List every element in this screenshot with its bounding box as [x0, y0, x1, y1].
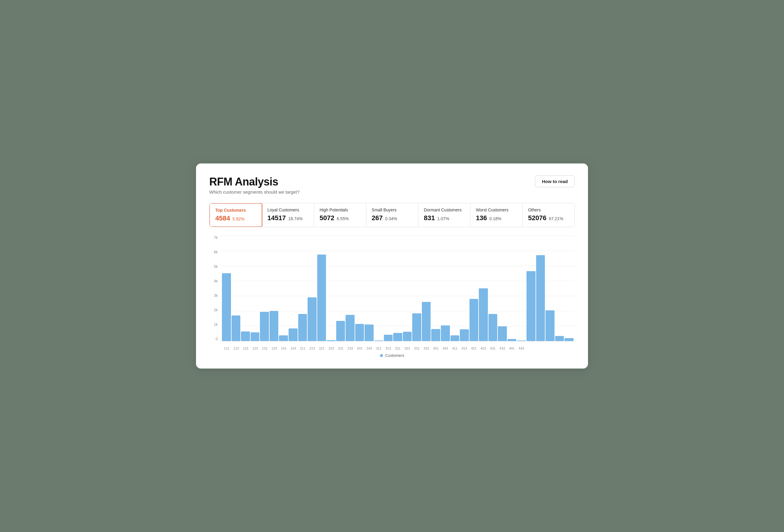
how-to-read-button[interactable]: How to read	[535, 175, 575, 187]
bar-column	[470, 235, 479, 341]
segment-cell-worst[interactable]: Worst Customers1360.18%	[470, 203, 523, 227]
bar-column	[298, 235, 307, 341]
bar-column	[241, 235, 250, 341]
x-axis-label: 331	[412, 346, 422, 350]
bar-column	[355, 235, 364, 341]
segment-values: 2670.34%	[372, 214, 413, 222]
segment-pct: 0.18%	[489, 216, 501, 221]
bar-column	[460, 235, 469, 341]
x-axis-label: 413	[459, 346, 469, 350]
segment-pct: 0.34%	[385, 216, 397, 221]
bar-column	[374, 235, 383, 341]
title-block: RFM Analysis Which customer segments sho…	[209, 175, 300, 195]
bar	[345, 315, 355, 341]
x-axis-label: 111	[222, 346, 231, 350]
x-axis-label: 123	[251, 346, 260, 350]
x-axis-label: 223	[327, 346, 336, 350]
y-axis-label: 7k	[214, 235, 218, 240]
bar-column	[317, 235, 326, 341]
bar	[460, 329, 469, 341]
segment-pct: 18.74%	[288, 216, 303, 221]
bar-column	[441, 235, 450, 341]
bar-column	[450, 235, 459, 341]
x-axis-label: 233	[345, 346, 355, 350]
x-axis-label: 411	[450, 346, 459, 350]
bar-column	[231, 235, 241, 341]
x-axis-label: 121	[241, 346, 251, 350]
bar	[412, 313, 421, 341]
bar	[260, 312, 269, 341]
legend-dot	[380, 354, 383, 357]
x-axis-label: 333	[422, 346, 431, 350]
bar	[507, 339, 516, 341]
bar	[298, 314, 307, 341]
segment-cell-high[interactable]: High Potentials50726.55%	[314, 203, 366, 227]
x-axis-label: 213	[308, 346, 317, 350]
bar	[384, 335, 393, 341]
bar-column	[564, 235, 573, 341]
bar	[317, 255, 326, 341]
segment-cell-top[interactable]: Top Customers45845.92%	[209, 203, 262, 227]
bar-column	[288, 235, 298, 341]
bar-column	[498, 235, 507, 341]
x-axis-label: 431	[488, 346, 498, 350]
x-axis-label: 433	[498, 346, 507, 350]
segment-cell-dormant[interactable]: Dormant Customers8311.07%	[418, 203, 470, 227]
bar	[564, 338, 573, 341]
bar-column	[479, 235, 488, 341]
x-axis-label: 343	[441, 346, 450, 350]
bar	[251, 332, 260, 341]
x-axis-label: 443	[516, 346, 526, 350]
chart-legend: Customers	[209, 353, 575, 358]
bar-column	[545, 235, 555, 341]
y-axis-label: 0	[216, 337, 218, 341]
segment-cell-loyal[interactable]: Loyal Customers1451718.74%	[262, 203, 314, 227]
x-axis-label: 441	[507, 346, 516, 350]
x-axis-label: 321	[393, 346, 402, 350]
segment-values: 1360.18%	[476, 214, 517, 222]
x-axis-label: 313	[384, 346, 393, 350]
bar	[488, 314, 498, 341]
bar-column	[555, 235, 564, 341]
x-axis-label: 211	[298, 346, 308, 350]
segment-values: 5207667.21%	[528, 214, 569, 222]
bar-column	[507, 235, 516, 341]
segment-label: Small Buyers	[372, 207, 413, 212]
y-axis: 7k6k5k4k3k2k1k0	[209, 235, 221, 350]
bar	[441, 326, 450, 341]
header: RFM Analysis Which customer segments sho…	[209, 175, 575, 195]
x-axis-label: 341	[431, 346, 441, 350]
legend-label: Customers	[385, 353, 404, 358]
bar	[479, 288, 488, 341]
segment-values: 8311.07%	[424, 214, 465, 222]
bar-column	[251, 235, 260, 341]
y-axis-label: 3k	[214, 293, 218, 298]
x-axis-label: 323	[402, 346, 412, 350]
bar	[355, 324, 364, 341]
y-axis-label: 5k	[214, 264, 218, 269]
segment-count: 14517	[268, 214, 286, 222]
bar-column	[384, 235, 393, 341]
bar-column	[270, 235, 279, 341]
x-axis-label: 311	[374, 346, 384, 350]
segment-label: Dormant Customers	[424, 207, 465, 212]
bar-column	[327, 235, 336, 341]
bar	[336, 321, 345, 341]
bar	[241, 331, 250, 341]
bar	[536, 255, 545, 341]
segment-label: Top Customers	[215, 208, 256, 213]
segment-cell-others[interactable]: Others5207667.21%	[523, 203, 575, 227]
x-axis-label: 133	[270, 346, 279, 350]
bar	[365, 325, 373, 341]
segment-label: Others	[528, 207, 569, 212]
segment-cell-small[interactable]: Small Buyers2670.34%	[366, 203, 419, 227]
x-labels: 1111131211231311331411432112132212232312…	[221, 341, 575, 350]
bar-column	[365, 235, 373, 341]
y-axis-label: 6k	[214, 250, 218, 254]
bar-column	[260, 235, 269, 341]
chart-inner: 1111131211231311331411432112132212232312…	[221, 235, 575, 350]
x-axis-label: 131	[260, 346, 270, 350]
bar-column	[431, 235, 440, 341]
segment-count: 831	[424, 214, 435, 222]
subtitle: Which customer segments should we target…	[209, 189, 300, 195]
